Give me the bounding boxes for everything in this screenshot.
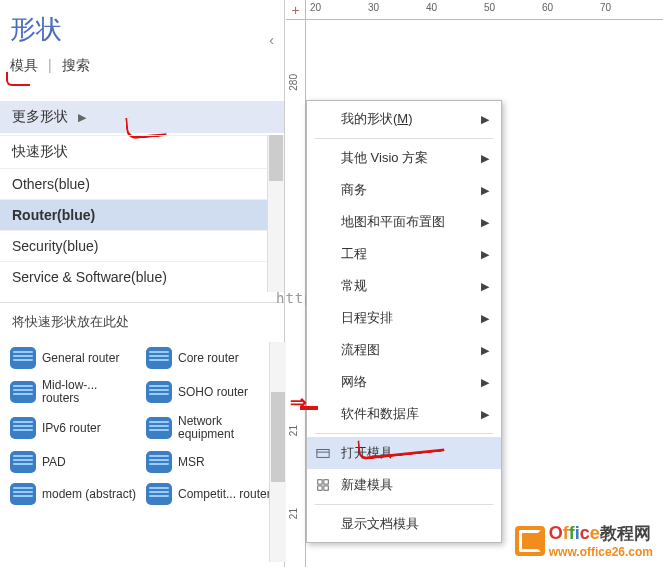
menu-item[interactable]: 其他 Visio 方案▶ [307,142,501,174]
menu-separator [315,433,493,434]
menu-item-label: 常规 [341,277,367,295]
menu-item[interactable]: 地图和平面布置图▶ [307,206,501,238]
stencil-item[interactable]: Service & Software(blue) [0,261,284,292]
brand-watermark: Office教程网 www.office26.com [515,522,653,559]
scrollbar-thumb[interactable] [269,135,283,181]
shape-item[interactable]: Core router [144,343,276,373]
quick-shapes-drop-area: 将快速形状放在此处 [0,302,284,339]
menu-item-label: 显示文档模具 [341,515,419,533]
svg-rect-2 [324,480,328,484]
brand-url: www.office26.com [549,545,653,559]
router-shape-icon [146,483,172,505]
shape-label: Competit... router [178,488,271,501]
menu-item-label: 软件和数据库 [341,405,419,423]
svg-rect-4 [324,486,328,490]
router-shape-icon [146,347,172,369]
menu-item[interactable]: 商务▶ [307,174,501,206]
scrollbar[interactable] [269,342,286,562]
menu-item[interactable]: 常规▶ [307,270,501,302]
svg-rect-0 [317,450,329,458]
collapse-icon[interactable]: ‹ [269,32,274,48]
router-shape-icon [10,417,36,439]
chevron-right-icon: ▶ [481,280,489,293]
shape-label: MSR [178,456,205,469]
menu-item-label: 其他 Visio 方案 [341,149,428,167]
shape-label: Mid-low-... routers [42,379,138,405]
menu-item[interactable]: 日程安排▶ [307,302,501,334]
menu-item-label: 工程 [341,245,367,263]
ruler-tick: 70 [600,2,611,13]
annotation-mark [6,72,30,86]
horizontal-ruler: 203040506070 [306,0,663,20]
menu-item-label: 新建模具 [341,476,393,494]
ruler-tick: 30 [368,2,379,13]
annotation-mark: ⇒ [290,390,307,414]
chevron-right-icon: ▶ [481,408,489,421]
shape-item[interactable]: MSR [144,447,276,477]
ruler-tick: 50 [484,2,495,13]
router-shape-icon [146,381,172,403]
router-shape-icon [10,483,36,505]
chevron-right-icon: ▶ [78,111,86,124]
ruler-origin-icon: + [286,0,306,20]
ruler-tick: 60 [542,2,553,13]
menu-separator [315,138,493,139]
stencil-item[interactable]: 快速形状 [0,135,284,168]
chevron-right-icon: ▶ [481,216,489,229]
stencil-item[interactable]: Security(blue) [0,230,284,261]
menu-item[interactable]: 工程▶ [307,238,501,270]
router-shape-icon [146,417,172,439]
ruler-tick: 40 [426,2,437,13]
shape-item[interactable]: SOHO router [144,375,276,409]
new-stencil-icon [315,477,331,493]
chevron-right-icon: ▶ [481,152,489,165]
menu-item-label: 网络 [341,373,367,391]
shape-item[interactable]: Mid-low-... routers [8,375,140,409]
menu-item[interactable]: 流程图▶ [307,334,501,366]
shape-item[interactable]: IPv6 router [8,411,140,445]
chevron-right-icon: ▶ [481,344,489,357]
stencil-item[interactable]: Others(blue) [0,168,284,199]
shape-item[interactable]: modem (abstract) [8,479,140,509]
chevron-right-icon: ▶ [481,248,489,261]
shape-label: Core router [178,352,239,365]
menu-item-label: 我的形状(M) [341,110,413,128]
shape-label: Network equipment [178,415,274,441]
shape-label: IPv6 router [42,422,101,435]
router-shape-icon [10,381,36,403]
shape-item[interactable]: Network equipment [144,411,276,445]
menu-item[interactable]: 软件和数据库▶ [307,398,501,430]
shape-item[interactable]: Competit... router [144,479,276,509]
tab-separator: | [48,57,52,75]
scrollbar[interactable] [267,135,284,292]
shape-item[interactable]: General router [8,343,140,373]
panel-title: 形状 [0,0,284,51]
router-shape-icon [10,347,36,369]
menu-item[interactable]: 显示文档模具 [307,508,501,540]
more-shapes-label: 更多形状 [12,108,68,126]
shape-label: PAD [42,456,66,469]
tab-search[interactable]: 搜索 [62,57,90,75]
chevron-right-icon: ▶ [481,312,489,325]
shape-item[interactable]: PAD [8,447,140,477]
shape-label: modem (abstract) [42,488,136,501]
scrollbar-thumb[interactable] [271,392,285,482]
menu-item[interactable]: 新建模具 [307,469,501,501]
open-stencil-icon [315,445,331,461]
router-shape-icon [10,451,36,473]
menu-item-label: 日程安排 [341,309,393,327]
svg-rect-1 [318,480,322,484]
shape-label: General router [42,352,119,365]
chevron-right-icon: ▶ [481,113,489,126]
chevron-right-icon: ▶ [481,184,489,197]
svg-rect-3 [318,486,322,490]
menu-item-label: 商务 [341,181,367,199]
menu-item[interactable]: 我的形状(M)▶ [307,103,501,135]
context-menu: 我的形状(M)▶其他 Visio 方案▶商务▶地图和平面布置图▶工程▶常规▶日程… [306,100,502,543]
shape-label: SOHO router [178,386,248,399]
menu-item-label: 流程图 [341,341,380,359]
stencil-item[interactable]: Router(blue) [0,199,284,230]
chevron-right-icon: ▶ [481,376,489,389]
menu-item[interactable]: 网络▶ [307,366,501,398]
router-shape-icon [146,451,172,473]
